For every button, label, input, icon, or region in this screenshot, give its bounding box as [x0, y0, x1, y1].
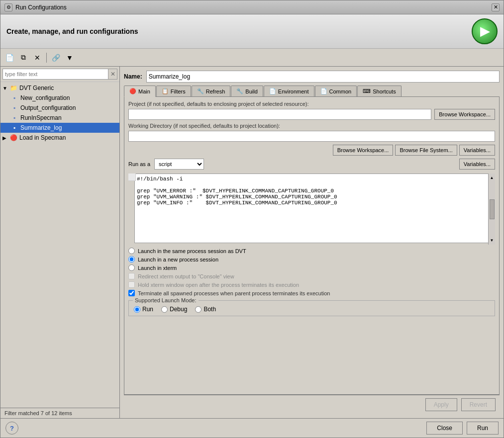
title-bar: ⚙ Run Configurations ✕ — [0, 0, 504, 14]
tab-main[interactable]: 🔴 Main — [124, 86, 156, 97]
new-process-radio[interactable] — [128, 256, 135, 263]
browse-workspace-button[interactable]: Browse Workspace... — [434, 109, 495, 120]
variables2-button[interactable]: Variables... — [459, 159, 495, 170]
window-title: Run Configurations — [15, 4, 67, 11]
sidebar: ✕ ▼ 📁 DVT Generic ▪ New_configuration ▪ … — [0, 67, 120, 418]
tab-label: Build — [245, 88, 257, 94]
working-dir-section: Working Directory (if not specified, def… — [128, 123, 495, 156]
redirect-xterm-label: Redirect xterm output to "Console" view — [138, 273, 234, 279]
expand-arrow: ▼ — [2, 86, 7, 91]
xterm-radio[interactable] — [128, 264, 135, 271]
radio-xterm: Launch in xterm — [128, 264, 495, 271]
sidebar-item-runinspecman[interactable]: ▪ RunInSpecman — [0, 113, 119, 123]
sidebar-item-dvt-generic[interactable]: ▼ 📁 DVT Generic — [0, 83, 119, 93]
run-config-button[interactable]: Run — [467, 422, 499, 435]
close-button[interactable]: Close — [426, 422, 463, 435]
config-icon: ▪ — [10, 114, 18, 122]
new-process-label: Launch in a new process session — [138, 257, 218, 263]
launch-mode-group: Supported Launch Mode: Run Debug — [128, 300, 495, 316]
tab-shortcuts[interactable]: ⌨ Shortcuts — [357, 86, 401, 96]
working-dir-label: Working Directory (if not specified, def… — [128, 123, 495, 129]
script-container: #!/bin/bash -i grep "UVM_ERROR :" $DVT_H… — [128, 174, 495, 245]
script-textarea[interactable]: #!/bin/bash -i grep "UVM_ERROR :" $DVT_H… — [134, 174, 495, 243]
sidebar-item-output-configuration[interactable]: ▪ Output_configuration — [0, 103, 119, 113]
expand-arrow: ▶ — [2, 135, 7, 141]
hold-xterm-label: Hold xterm window open after the process… — [138, 282, 299, 288]
name-label: Name: — [124, 73, 142, 80]
name-input[interactable] — [146, 71, 500, 83]
delete-button[interactable]: ✕ — [31, 52, 43, 64]
filter-box: ✕ — [0, 67, 119, 82]
filter-clear-button[interactable]: ✕ — [108, 69, 117, 80]
radio-new-process: Launch in a new process session — [128, 256, 495, 263]
launch-options-section: Launch in the same process session as DV… — [128, 248, 495, 296]
sidebar-item-label: Load in Specman — [19, 134, 66, 141]
variables-button[interactable]: Variables... — [459, 145, 495, 156]
tab-build[interactable]: 🔧 Build — [231, 86, 263, 96]
sidebar-footer: Filter matched 7 of 12 items — [0, 408, 119, 418]
run-as-select[interactable]: script — [154, 159, 204, 170]
filter-status: Filter matched 7 of 12 items — [4, 410, 72, 416]
tab-filters[interactable]: 📋 Filters — [156, 86, 191, 96]
sidebar-item-label: Output_configuration — [20, 104, 76, 111]
revert-button[interactable]: Revert — [461, 398, 496, 411]
shortcuts-tab-icon: ⌨ — [363, 88, 371, 94]
title-bar-left: ⚙ Run Configurations — [4, 3, 67, 11]
tab-common[interactable]: 📄 Common — [315, 86, 357, 96]
radio-same-process: Launch in the same process session as DV… — [128, 248, 495, 254]
sidebar-item-summarize-log[interactable]: ▪ Summarize_log — [0, 123, 119, 133]
environment-tab-icon: 📄 — [269, 88, 276, 94]
project-field-row: Browse Workspace... — [128, 109, 495, 120]
help-button[interactable]: ? — [5, 422, 18, 435]
tab-label: Filters — [171, 88, 186, 94]
browse-workspace2-button[interactable]: Browse Workspace... — [333, 145, 394, 156]
close-window-button[interactable]: ✕ — [492, 3, 500, 11]
terminate-spawned-checkbox[interactable] — [128, 290, 135, 296]
sidebar-item-load-specman[interactable]: ▶ 🔴 Load in Specman — [0, 133, 119, 143]
redirect-xterm-checkbox[interactable] — [128, 273, 135, 279]
launch-mode-debug: Debug — [161, 306, 187, 313]
script-corner-marker — [128, 174, 134, 179]
main-tab-icon: 🔴 — [129, 88, 136, 94]
sidebar-item-new-configuration[interactable]: ▪ New_configuration — [0, 93, 119, 103]
project-section: Project (if not specified, defaults to e… — [128, 101, 495, 120]
new-config-button[interactable]: 📄 — [3, 52, 15, 64]
window-header: Create, manage, and run configurations ▶ — [0, 14, 504, 49]
mode-debug-radio[interactable] — [161, 306, 168, 313]
main-panel: Project (if not specified, defaults to e… — [124, 97, 500, 395]
sidebar-tree: ▼ 📁 DVT Generic ▪ New_configuration ▪ Ou… — [0, 82, 119, 408]
apply-button[interactable]: Apply — [425, 398, 457, 411]
filters-tab-icon: 📋 — [162, 88, 169, 94]
name-section: Name: — [124, 71, 500, 83]
project-input[interactable] — [128, 109, 431, 120]
more-button[interactable]: ▼ — [64, 52, 76, 64]
same-process-radio[interactable] — [128, 248, 135, 254]
common-tab-icon: 📄 — [320, 88, 327, 94]
launch-mode-label: Supported Launch Mode: — [133, 297, 199, 303]
browse-filesystem-button[interactable]: Browse File System... — [395, 145, 457, 156]
working-dir-input[interactable] — [128, 131, 495, 142]
sidebar-item-label: RunInSpecman — [20, 114, 62, 121]
mode-run-radio[interactable] — [134, 306, 140, 313]
mode-both-radio[interactable] — [195, 306, 202, 313]
tab-environment[interactable]: 📄 Environment — [264, 86, 314, 96]
checkbox-terminate-spawned: Terminate all spawned processes when par… — [128, 290, 495, 296]
launch-mode-radios: Run Debug Both — [134, 304, 490, 313]
build-tab-icon: 🔧 — [236, 88, 243, 94]
hold-xterm-checkbox[interactable] — [128, 281, 135, 288]
link-button[interactable]: 🔗 — [50, 52, 62, 64]
tabs-bar: 🔴 Main 📋 Filters 🔧 Refresh 🔧 Build — [124, 86, 500, 97]
filter-input[interactable] — [2, 69, 108, 80]
config-icon: ▪ — [10, 124, 18, 132]
sidebar-item-label: Summarize_log — [20, 124, 62, 131]
scrollbar[interactable]: ▲ ▼ — [488, 174, 495, 245]
mode-run-label: Run — [142, 306, 153, 313]
tab-refresh[interactable]: 🔧 Refresh — [192, 86, 231, 96]
main-tabs-area: 🔴 Main 📋 Filters 🔧 Refresh 🔧 Build — [124, 86, 500, 414]
duplicate-button[interactable]: ⧉ — [17, 52, 29, 64]
footer-bar: ? Close Run — [0, 418, 504, 438]
main-area: ✕ ▼ 📁 DVT Generic ▪ New_configuration ▪ … — [0, 67, 504, 418]
tab-label: Shortcuts — [373, 88, 396, 94]
run-button[interactable]: ▶ — [472, 18, 498, 44]
project-label: Project (if not specified, defaults to e… — [128, 101, 495, 107]
